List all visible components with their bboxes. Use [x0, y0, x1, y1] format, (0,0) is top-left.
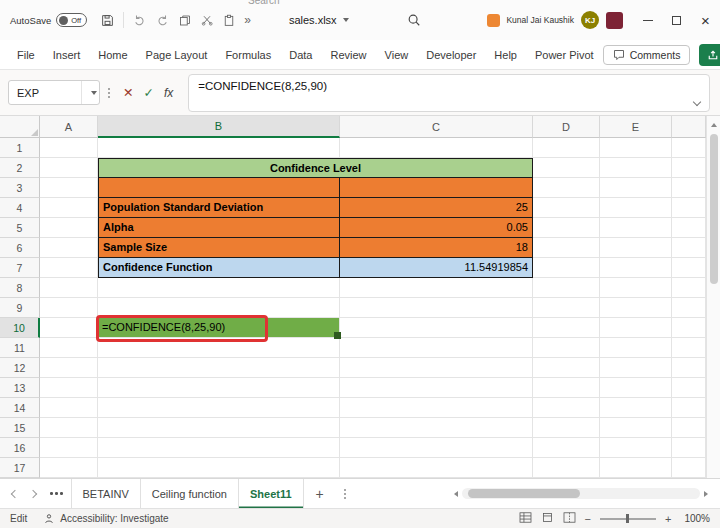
- cell-B12[interactable]: [98, 358, 340, 378]
- cell-B16[interactable]: [98, 438, 340, 458]
- ribbon-tab-insert[interactable]: Insert: [44, 40, 90, 70]
- row-header-14[interactable]: 14: [0, 398, 40, 418]
- cell-E7[interactable]: [600, 258, 672, 278]
- cell-E6[interactable]: [600, 238, 672, 258]
- insert-function-button[interactable]: fx: [164, 86, 173, 100]
- avatar[interactable]: KJ: [581, 11, 599, 29]
- ribbon-tab-view[interactable]: View: [376, 40, 418, 70]
- vertical-scrollbar[interactable]: [706, 116, 720, 478]
- cell-C5[interactable]: 0.05: [340, 218, 533, 238]
- cell-D11[interactable]: [533, 338, 600, 358]
- close-button[interactable]: ×: [691, 0, 720, 40]
- cell-F12[interactable]: [672, 358, 706, 378]
- horizontal-scroll-track[interactable]: [462, 488, 700, 499]
- cell-C10[interactable]: [340, 318, 533, 338]
- filename-menu[interactable]: sales.xlsx: [289, 14, 349, 26]
- cell-B3[interactable]: [98, 178, 340, 198]
- row-header-2[interactable]: 2: [0, 158, 40, 178]
- row-header-10[interactable]: 10: [0, 318, 40, 338]
- autosave-toggle[interactable]: Off: [56, 13, 87, 27]
- cell-E15[interactable]: [600, 418, 672, 438]
- cell-A4[interactable]: [40, 198, 98, 218]
- cell-B8[interactable]: [98, 278, 340, 298]
- cell-D15[interactable]: [533, 418, 600, 438]
- name-box-dropdown[interactable]: [81, 81, 99, 104]
- cell-C4[interactable]: 25: [340, 198, 533, 218]
- row-header-1[interactable]: 1: [0, 138, 40, 158]
- sheet-nav-right-icon[interactable]: [24, 491, 42, 497]
- cell-F2[interactable]: [672, 158, 706, 178]
- cell-F17[interactable]: [672, 458, 706, 478]
- column-header-d[interactable]: D: [533, 116, 600, 138]
- cell-E4[interactable]: [600, 198, 672, 218]
- cell-E8[interactable]: [600, 278, 672, 298]
- cell-D13[interactable]: [533, 378, 600, 398]
- cell-E16[interactable]: [600, 438, 672, 458]
- cell-C15[interactable]: [340, 418, 533, 438]
- quick-access-more-icon[interactable]: »: [244, 13, 251, 27]
- cell-F9[interactable]: [672, 298, 706, 318]
- row-header-15[interactable]: 15: [0, 418, 40, 438]
- zoom-slider[interactable]: [600, 518, 656, 520]
- search-icon[interactable]: [407, 13, 421, 27]
- cell-B14[interactable]: [98, 398, 340, 418]
- maximize-button[interactable]: [662, 0, 691, 40]
- cell-F4[interactable]: [672, 198, 706, 218]
- row-header-6[interactable]: 6: [0, 238, 40, 258]
- cell-B9[interactable]: [98, 298, 340, 318]
- column-header-partial[interactable]: [672, 116, 706, 138]
- cell-B11[interactable]: [98, 338, 340, 358]
- cell-D8[interactable]: [533, 278, 600, 298]
- minimize-button[interactable]: [633, 0, 662, 40]
- cell-C16[interactable]: [340, 438, 533, 458]
- cell-C11[interactable]: [340, 338, 533, 358]
- share-button[interactable]: [699, 44, 720, 66]
- cell-F13[interactable]: [672, 378, 706, 398]
- cell-F7[interactable]: [672, 258, 706, 278]
- cell-E14[interactable]: [600, 398, 672, 418]
- ribbon-tab-page-layout[interactable]: Page Layout: [137, 40, 217, 70]
- cell-B5[interactable]: Alpha: [98, 218, 340, 238]
- cell-B10[interactable]: =CONFIDENCE(8,25,90): [98, 318, 340, 338]
- cell-D7[interactable]: [533, 258, 600, 278]
- zoom-in-button[interactable]: +: [665, 513, 671, 525]
- cell-F14[interactable]: [672, 398, 706, 418]
- cell-E3[interactable]: [600, 178, 672, 198]
- cell-A11[interactable]: [40, 338, 98, 358]
- cell-E9[interactable]: [600, 298, 672, 318]
- name-box[interactable]: EXP: [8, 80, 100, 105]
- cell-A17[interactable]: [40, 458, 98, 478]
- cell-E1[interactable]: [600, 138, 672, 158]
- cell-B17[interactable]: [98, 458, 340, 478]
- cell-D4[interactable]: [533, 198, 600, 218]
- row-header-12[interactable]: 12: [0, 358, 40, 378]
- cell-D2[interactable]: [533, 158, 600, 178]
- cell-E13[interactable]: [600, 378, 672, 398]
- formula-bar-expand-icon[interactable]: [693, 97, 701, 105]
- sheet-nav-left-icon[interactable]: [6, 491, 24, 497]
- cell-F3[interactable]: [672, 178, 706, 198]
- save-icon[interactable]: [101, 14, 114, 27]
- cell-F15[interactable]: [672, 418, 706, 438]
- page-break-view-icon[interactable]: [563, 512, 576, 525]
- cell-F1[interactable]: [672, 138, 706, 158]
- cancel-entry-button[interactable]: ✕: [123, 85, 133, 100]
- cell-A9[interactable]: [40, 298, 98, 318]
- new-sheet-button[interactable]: +: [304, 486, 336, 502]
- cell-F10[interactable]: [672, 318, 706, 338]
- cell-A10[interactable]: [40, 318, 98, 338]
- row-header-11[interactable]: 11: [0, 338, 40, 358]
- cell-C6[interactable]: 18: [340, 238, 533, 258]
- cell-A14[interactable]: [40, 398, 98, 418]
- cell-B13[interactable]: [98, 378, 340, 398]
- ribbon-tab-formulas[interactable]: Formulas: [216, 40, 280, 70]
- row-header-3[interactable]: 3: [0, 178, 40, 198]
- cell-C1[interactable]: [340, 138, 533, 158]
- cell-F8[interactable]: [672, 278, 706, 298]
- accessibility-icon[interactable]: [43, 513, 55, 525]
- cell-B7[interactable]: Confidence Function: [98, 258, 340, 278]
- column-header-e[interactable]: E: [600, 116, 672, 138]
- zoom-slider-thumb[interactable]: [626, 514, 629, 523]
- cell-D10[interactable]: [533, 318, 600, 338]
- sheet-tab-betainv[interactable]: BETAINV: [71, 479, 140, 509]
